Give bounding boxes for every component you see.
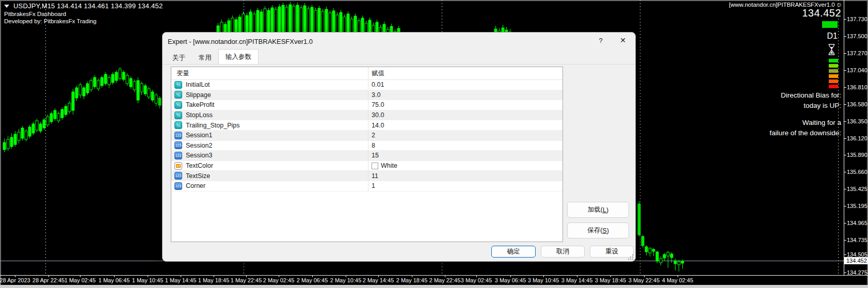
param-value[interactable]: 3.0 [368,90,562,100]
double-type-icon: ½ [174,81,182,89]
tab-关于[interactable]: 关于 [166,52,192,65]
candle [638,204,640,235]
time-axis-label: 2 May 06:45 [297,277,328,283]
price-axis-label: 137.040 [847,67,867,73]
param-row-Corner[interactable]: 123Corner1 [171,181,562,191]
candle [28,127,31,136]
symbol-quote-line: USDJPY,M15 134.414 134.461 134.399 134.4… [13,2,163,10]
candle [126,75,128,84]
param-row-Slippage[interactable]: ½Slippage3.0 [171,90,562,101]
param-name: Session3 [186,152,212,159]
candle [151,92,154,100]
param-name: TextSize [186,172,210,180]
candle [660,259,662,263]
price-axis-label: 135.195 [847,203,867,209]
param-row-TextSize[interactable]: 123TextSize11 [171,171,562,181]
param-name: TextColor [186,162,213,169]
load-button[interactable]: 加载(L) [567,202,629,218]
candle [3,142,6,150]
param-value[interactable]: 0.01 [368,80,562,90]
param-row-Session2[interactable]: 123Session28 [171,141,562,151]
candle [86,84,89,93]
double-type-icon: ½ [174,101,182,109]
candle [667,252,669,256]
symbol-dropdown-icon[interactable] [4,5,9,8]
int-type-icon: 123 [174,132,182,139]
strength-bar [829,85,838,88]
candle [656,252,658,261]
param-value[interactable]: 75.0 [368,100,562,110]
candle [148,89,150,97]
strength-meter [829,59,838,88]
save-button[interactable]: 保存(S) [567,222,629,238]
time-axis-label: 3 May 10:45 [528,277,559,283]
param-row-Session1[interactable]: 123Session12 [171,131,562,141]
tab-输入参数[interactable]: 输入参数 [218,49,259,65]
time-axis[interactable]: 28 Apr 202328 Apr 22:451 May 02:451 May … [0,275,868,285]
price-axis-label: 136.810 [847,84,867,90]
param-value[interactable]: 11 [368,171,562,181]
price-axis-label: 135.425 [847,186,867,192]
price-axis[interactable]: 137.730137.500137.270137.040136.810136.5… [844,0,868,275]
candle [72,92,74,110]
ea-comment-line-1: PitbrakesFx Dashboard [4,11,163,17]
cancel-button[interactable]: 取消 [541,246,585,258]
candle [68,103,71,111]
double-type-icon: ½ [174,91,182,99]
candle [649,248,651,253]
param-value[interactable]: 8 [368,141,562,151]
candle [46,117,49,125]
tab-常用[interactable]: 常用 [192,52,218,65]
price-axis-label: 136.350 [847,118,867,124]
time-axis-label: 4 May 02:45 [662,277,694,283]
ea-comment-line-2: Developed by: PitbrakesFx Trading [4,18,163,24]
param-row-TextColor[interactable]: TextColorWhite [171,161,562,171]
param-value[interactable]: 14.0 [368,120,562,130]
ok-button[interactable]: 确定 [491,246,536,258]
candle [115,72,118,81]
help-button[interactable]: ? [596,37,605,46]
candle [39,124,42,131]
candle [65,106,67,115]
param-value[interactable]: 2 [368,131,562,140]
param-row-InitialLot[interactable]: ½InitialLot0.01 [171,80,562,90]
signal-bar [822,21,838,28]
candle [674,261,677,264]
double-type-icon: ½ [174,121,182,129]
candle [97,81,100,89]
resize-grip[interactable] [629,255,633,260]
param-value[interactable]: 1 [368,181,562,191]
strength-bar [829,59,838,62]
candle [652,249,655,251]
price-axis-label: 135.660 [847,169,867,175]
candle [93,77,96,87]
candle [83,88,85,96]
tab-divider [163,64,635,65]
candle [57,114,60,121]
param-row-Trailing_Stop_Pips[interactable]: ½Trailing_Stop_Pips14.0 [171,120,562,131]
bias-text-2: Waiting for a failure of the downside: [769,118,841,138]
candle [36,121,38,130]
candle [645,247,648,252]
param-value[interactable]: White [368,161,562,171]
param-name: Trailing_Stop_Pips [186,122,239,129]
candle [79,85,82,95]
candle [130,78,132,87]
window-bottom-edge [0,285,868,288]
price-axis-label: 134.965 [847,220,867,226]
price-axis-label: 136.120 [847,135,867,141]
reset-button[interactable]: 重设 [590,246,634,258]
param-value[interactable]: 15 [368,151,562,161]
candle [75,88,78,98]
close-button[interactable]: ✕ [618,36,628,46]
table-header: 变量 赋值 [171,67,562,80]
param-row-StopLoss[interactable]: ½StopLoss30.0 [171,110,562,121]
candle [108,77,110,85]
int-type-icon: 123 [174,152,182,159]
param-row-Session3[interactable]: 123Session315 [171,151,562,161]
time-axis-label: 3 May 18:45 [595,277,626,283]
param-name: Session2 [186,142,212,149]
param-value[interactable]: 30.0 [368,110,562,120]
param-row-TakeProfit[interactable]: ½TakeProfit75.0 [171,100,562,110]
time-axis-label: 28 Apr 22:45 [33,277,65,283]
